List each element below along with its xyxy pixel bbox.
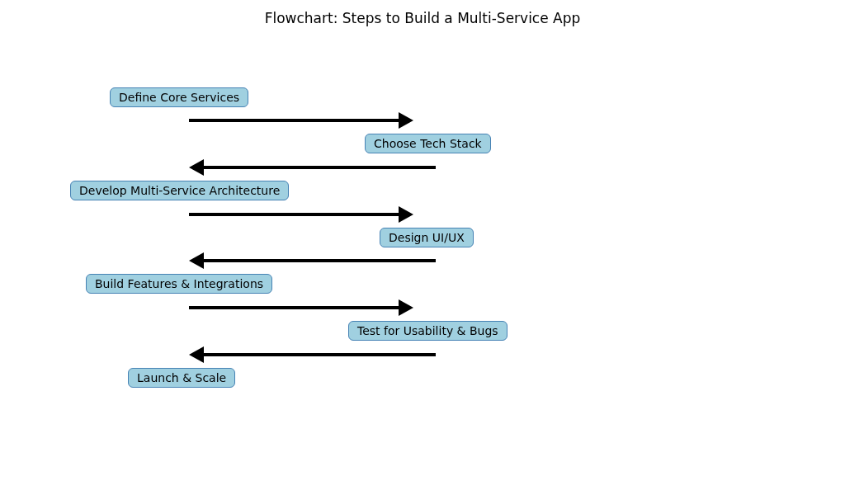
- node-launch-scale: Launch & Scale: [128, 368, 235, 388]
- node-build-features: Build Features & Integrations: [86, 274, 272, 294]
- node-define-core-services: Define Core Services: [110, 87, 248, 107]
- node-choose-tech-stack: Choose Tech Stack: [365, 134, 491, 153]
- diagram-title: Flowchart: Steps to Build a Multi-Servic…: [265, 10, 581, 26]
- arrow-left-icon: [204, 166, 436, 169]
- arrow-head-right-icon: [399, 112, 413, 129]
- node-develop-architecture: Develop Multi-Service Architecture: [70, 181, 289, 200]
- arrow-head-left-icon: [189, 346, 204, 363]
- node-design-ui-ux: Design UI/UX: [380, 228, 474, 247]
- arrow-head-left-icon: [189, 252, 204, 269]
- arrow-left-icon: [204, 353, 436, 356]
- arrow-head-right-icon: [399, 299, 413, 316]
- node-test-usability: Test for Usability & Bugs: [348, 321, 507, 341]
- arrow-right-icon: [189, 306, 399, 309]
- arrow-right-icon: [189, 119, 399, 122]
- arrow-right-icon: [189, 213, 399, 216]
- arrow-head-right-icon: [399, 206, 413, 223]
- arrow-left-icon: [204, 259, 436, 262]
- arrow-head-left-icon: [189, 159, 204, 176]
